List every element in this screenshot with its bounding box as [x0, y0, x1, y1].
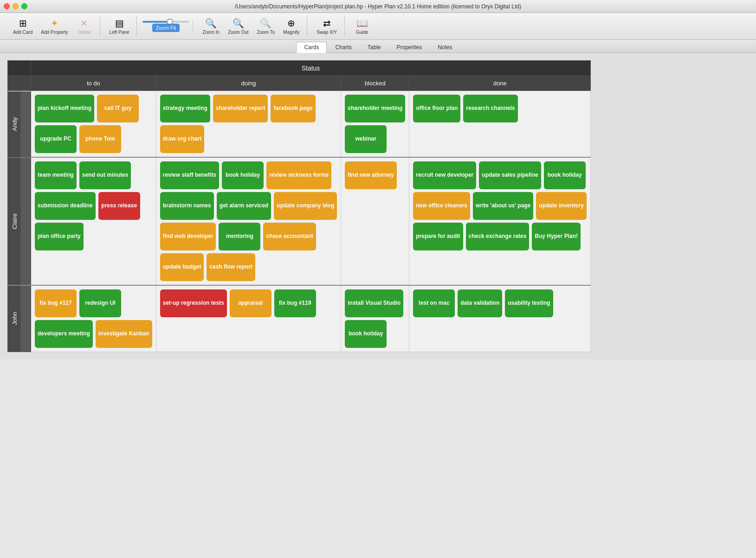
zoom-to-button[interactable]: 🔍 Zoom To: [253, 16, 279, 37]
cards-row: plan kickoff meetingcall IT guy: [35, 95, 152, 122]
card[interactable]: fix bug #117: [35, 289, 77, 317]
tab-bar: Cards Charts Table Properties Notes: [0, 40, 756, 53]
card[interactable]: recruit new developer: [413, 161, 476, 189]
tab-table[interactable]: Table: [360, 42, 388, 52]
card[interactable]: investigate Kanban: [96, 320, 152, 348]
card[interactable]: office floor plan: [413, 95, 460, 122]
card[interactable]: install Visual Studio: [345, 289, 403, 317]
status-header: Status: [31, 61, 591, 76]
delete-button[interactable]: ✕ Delete: [73, 16, 96, 37]
col-header-blocked: blocked: [341, 76, 409, 91]
card[interactable]: update inventory: [536, 192, 587, 220]
card[interactable]: chase accountant: [263, 223, 316, 250]
tab-charts[interactable]: Charts: [328, 42, 359, 52]
board-container: Status to do doing blocked done Andyplan…: [7, 60, 749, 352]
card[interactable]: webinar: [345, 125, 387, 153]
card[interactable]: research channels: [463, 95, 517, 122]
card[interactable]: fix bug #119: [274, 289, 316, 317]
add-card-icon: ⊞: [19, 18, 27, 29]
card[interactable]: mentoring: [219, 223, 260, 250]
add-property-icon: ✦: [51, 18, 58, 29]
section-label: [21, 157, 31, 285]
card[interactable]: find web developer: [160, 223, 216, 250]
cards-row: review staff benefitsbook holidayreview …: [160, 161, 337, 189]
zoom-to-icon: 🔍: [260, 18, 271, 29]
card[interactable]: book holiday: [222, 161, 264, 189]
cards-row: office floor planresearch channels: [413, 95, 587, 122]
swap-xy-button[interactable]: ⇄ Swap X/Y: [313, 16, 341, 37]
card[interactable]: submission deadline: [35, 192, 96, 220]
card[interactable]: get alarm serviced: [217, 192, 271, 220]
cards-row: team meetingsend out minutes: [35, 161, 152, 189]
card[interactable]: prepare for audit: [413, 223, 463, 250]
card[interactable]: book holiday: [345, 320, 387, 348]
close-button[interactable]: [4, 3, 10, 9]
left-pane-button[interactable]: ▤ Left Pane: [106, 16, 133, 37]
card[interactable]: new office cleaners: [413, 192, 470, 220]
card[interactable]: strategy meeting: [160, 95, 210, 122]
card[interactable]: cash flow report: [207, 253, 255, 281]
zoom-slider[interactable]: [142, 21, 189, 23]
cards-row: find web developermentoringchase account…: [160, 223, 337, 250]
card[interactable]: update budget: [160, 253, 204, 281]
window-title: /Users/andyb/Documents/HyperPlan/project…: [235, 3, 521, 10]
card[interactable]: developers meeting: [35, 320, 93, 348]
card[interactable]: find new attorney: [345, 161, 396, 189]
card[interactable]: data validation: [458, 289, 502, 317]
card[interactable]: review staff benefits: [160, 161, 219, 189]
card[interactable]: set-up regression tests: [160, 289, 227, 317]
add-property-button[interactable]: ✦ Add Property: [37, 16, 71, 37]
minimize-button[interactable]: [13, 3, 19, 9]
card[interactable]: update sales pipeline: [479, 161, 541, 189]
card[interactable]: review sickness forms: [266, 161, 331, 189]
zoom-in-icon: 🔍: [205, 18, 217, 29]
card[interactable]: shareholder report: [213, 95, 268, 122]
person-label-andy: Andy: [8, 91, 21, 158]
card[interactable]: plan office party: [35, 223, 84, 250]
cards-row: plan office party: [35, 223, 152, 250]
tab-cards[interactable]: Cards: [296, 42, 327, 53]
zoom-out-icon: 🔍: [233, 18, 244, 29]
toolbar-group-edit: ⊞ Add Card ✦ Add Property ✕ Delete: [6, 16, 100, 37]
card[interactable]: appraisal: [230, 289, 271, 317]
title-bar: /Users/andyb/Documents/HyperPlan/project…: [0, 0, 756, 13]
col-header-doing: doing: [156, 76, 341, 91]
card[interactable]: press release: [98, 192, 140, 220]
card[interactable]: plan kickoff meeting: [35, 95, 94, 122]
cards-row: find new attorney: [345, 161, 405, 189]
toolbar-group-guide: 📖 Guide: [347, 16, 377, 37]
magnify-icon: ⊕: [287, 18, 295, 29]
card[interactable]: Buy Hyper Plan!: [532, 223, 581, 250]
card[interactable]: test on mac: [413, 289, 455, 317]
swap-xy-icon: ⇄: [323, 18, 331, 29]
fullscreen-button[interactable]: [21, 3, 27, 9]
card[interactable]: upgrade PC: [35, 125, 77, 153]
guide-button[interactable]: 📖 Guide: [350, 16, 374, 37]
card[interactable]: call IT guy: [97, 95, 139, 122]
card[interactable]: facebook page: [271, 95, 315, 122]
cards-row: webinar: [345, 125, 405, 153]
card[interactable]: redesign UI: [79, 289, 121, 317]
cards-row: brainstorm namesget alarm servicedupdate…: [160, 192, 337, 220]
card[interactable]: brainstorm names: [160, 192, 214, 220]
card[interactable]: shareholder meeting: [345, 95, 405, 122]
zoom-in-button[interactable]: 🔍 Zoom In: [199, 16, 223, 37]
card[interactable]: phone Tom: [79, 125, 121, 153]
left-pane-icon: ▤: [115, 18, 124, 29]
card[interactable]: book holiday: [544, 161, 586, 189]
card[interactable]: team meeting: [35, 161, 77, 189]
zoom-fit-button[interactable]: Zoom Fit: [152, 24, 180, 32]
magnify-button[interactable]: ⊕ Magnify: [279, 16, 303, 37]
tab-notes[interactable]: Notes: [430, 42, 459, 52]
card[interactable]: check exchange rates: [466, 223, 530, 250]
card[interactable]: write 'about us' page: [473, 192, 533, 220]
zoom-out-button[interactable]: 🔍 Zoom Out: [224, 16, 252, 37]
cards-row: book holiday: [345, 320, 405, 348]
add-card-button[interactable]: ⊞ Add Card: [9, 16, 36, 37]
tab-properties[interactable]: Properties: [389, 42, 429, 52]
card[interactable]: update company blog: [274, 192, 337, 220]
cards-row: strategy meetingshareholder reportfacebo…: [160, 95, 337, 122]
card[interactable]: send out minutes: [79, 161, 131, 189]
card[interactable]: usability testing: [505, 289, 553, 317]
card[interactable]: draw org chart: [160, 125, 204, 153]
